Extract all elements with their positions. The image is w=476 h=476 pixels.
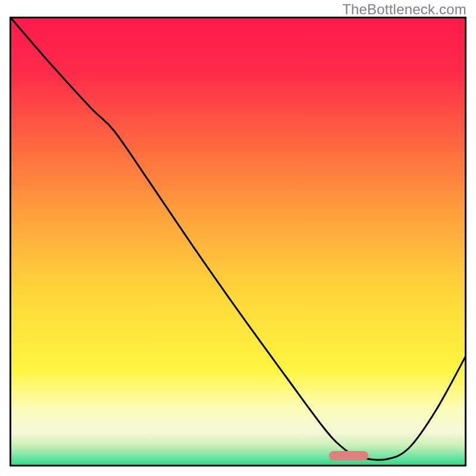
bottleneck-curve bbox=[11, 18, 466, 466]
chart-stage: TheBottleneck.com bbox=[0, 0, 476, 476]
optimal-range-marker bbox=[329, 451, 368, 461]
plot-area bbox=[10, 17, 466, 466]
watermark-text: TheBottleneck.com bbox=[342, 1, 466, 18]
